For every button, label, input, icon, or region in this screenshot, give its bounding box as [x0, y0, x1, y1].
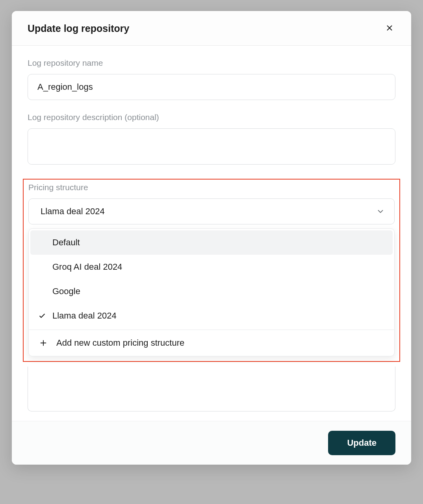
- close-button[interactable]: [384, 22, 395, 35]
- plus-icon: [39, 339, 48, 347]
- description-input[interactable]: [28, 128, 395, 165]
- name-label: Log repository name: [28, 58, 395, 68]
- pricing-selected-value: Llama deal 2024: [41, 206, 105, 217]
- option-label: Groq AI deal 2024: [52, 262, 122, 272]
- pricing-select[interactable]: Llama deal 2024: [28, 198, 395, 224]
- pricing-option-google[interactable]: Google: [30, 279, 393, 304]
- check-icon: [38, 312, 46, 320]
- pricing-label: Pricing structure: [28, 183, 396, 192]
- update-button-label: Update: [347, 438, 377, 448]
- option-label: Default: [52, 237, 80, 248]
- pricing-highlight-box: Pricing structure Llama deal 2024 Defaul…: [23, 179, 400, 362]
- add-pricing-label: Add new custom pricing structure: [56, 338, 184, 348]
- modal-header: Update log repository: [12, 11, 411, 46]
- check-space: [38, 312, 52, 320]
- pricing-dropdown: Default Groq AI deal 2024 Google: [28, 228, 395, 356]
- name-field-group: Log repository name: [28, 58, 395, 100]
- chevron-down-icon: [376, 207, 385, 216]
- name-input[interactable]: [28, 74, 395, 100]
- modal-body: Log repository name Log repository descr…: [12, 46, 411, 421]
- option-label: Google: [52, 286, 80, 296]
- option-label: Llama deal 2024: [52, 311, 117, 321]
- modal-title: Update log repository: [28, 23, 129, 34]
- pricing-option-llama[interactable]: Llama deal 2024: [30, 304, 393, 328]
- obscured-field-area: [28, 367, 395, 411]
- pricing-option-groq[interactable]: Groq AI deal 2024: [30, 255, 393, 279]
- description-field-group: Log repository description (optional): [28, 113, 395, 166]
- update-log-repository-modal: Update log repository Log repository nam…: [12, 11, 411, 465]
- add-pricing-structure[interactable]: Add new custom pricing structure: [29, 330, 394, 356]
- description-label: Log repository description (optional): [28, 113, 395, 122]
- modal-footer: Update: [12, 421, 411, 465]
- pricing-option-default[interactable]: Default: [30, 230, 393, 255]
- close-icon: [385, 24, 394, 32]
- update-button[interactable]: Update: [328, 431, 395, 455]
